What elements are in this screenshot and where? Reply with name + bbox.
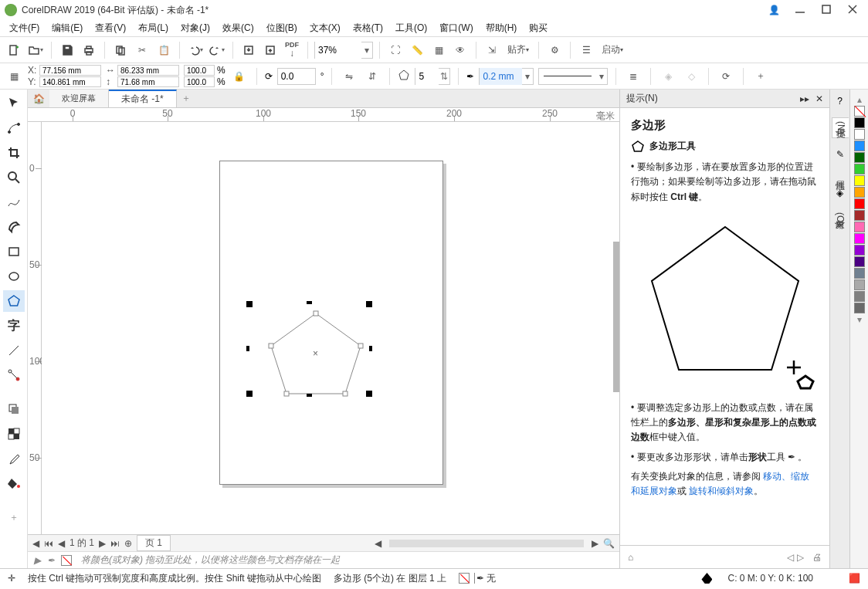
cut-button[interactable]: ✂ <box>133 41 151 59</box>
copy-button[interactable] <box>111 41 130 59</box>
paste-button[interactable]: 📋 <box>154 41 173 59</box>
menu-L[interactable]: 布局(L) <box>134 20 173 36</box>
toolbox-add-button[interactable]: ＋ <box>3 506 25 528</box>
color-swatch[interactable] <box>854 198 865 209</box>
zoom-tool[interactable] <box>3 167 25 188</box>
options-button[interactable]: ⚙ <box>545 41 564 59</box>
minimize-button[interactable] <box>794 3 806 18</box>
artistic-media-tool[interactable] <box>3 216 25 238</box>
redo-button[interactable]: ▾ <box>208 41 226 59</box>
snap-button[interactable]: 贴齐 ▾ <box>504 41 532 59</box>
menu-H[interactable]: 帮助(H) <box>481 20 522 36</box>
color-swatch[interactable] <box>854 256 865 267</box>
color-swatch[interactable] <box>854 129 865 140</box>
pos-x-input[interactable] <box>39 65 101 76</box>
fullscreen-button[interactable]: ⛶ <box>386 41 405 59</box>
docker-tab[interactable]: 属性 <box>832 171 848 177</box>
save-button[interactable] <box>58 41 76 59</box>
launch-button[interactable]: 启动 ▾ <box>598 41 626 59</box>
menu-[interactable]: 购买 <box>524 20 552 36</box>
color-swatch[interactable] <box>854 268 865 279</box>
docker-tab[interactable]: 对象(O) <box>832 209 848 228</box>
color-swatch[interactable] <box>854 279 865 290</box>
hints-print-icon[interactable]: 🖨 <box>812 552 822 563</box>
print-button[interactable] <box>80 41 98 59</box>
docker-collapse-icon[interactable]: ▸▸ <box>800 93 809 104</box>
color-proof-icon[interactable]: 🟥 <box>849 573 860 584</box>
menu-X[interactable]: 文本(X) <box>305 20 345 36</box>
menu-W[interactable]: 窗口(W) <box>435 20 477 36</box>
welcome-tab[interactable]: 欢迎屏幕 <box>49 90 109 107</box>
docker-tab[interactable]: 提示(N) <box>832 117 849 138</box>
object-origin-button[interactable]: ▦ <box>5 67 23 86</box>
outline-width-input[interactable]: ▾ <box>479 68 534 85</box>
color-swatch[interactable] <box>854 210 865 221</box>
import-button[interactable] <box>239 41 258 59</box>
color-swatch[interactable] <box>854 222 865 232</box>
menu-B[interactable]: 位图(B) <box>262 20 302 36</box>
home-tab-icon[interactable]: 🏠 <box>28 90 49 107</box>
fill-tool[interactable] <box>3 472 25 494</box>
lock-ratio-button[interactable]: 🔒 <box>230 67 249 86</box>
new-tab-button[interactable]: ＋ <box>177 90 195 107</box>
color-swatch[interactable] <box>854 175 865 186</box>
pick-tool[interactable] <box>3 93 25 114</box>
rectangle-tool[interactable] <box>3 241 25 262</box>
maximize-button[interactable] <box>820 3 832 18</box>
color-swatch[interactable] <box>854 117 865 128</box>
pdf-button[interactable]: PDF↓ <box>283 41 301 59</box>
selected-polygon[interactable]: × <box>262 307 370 400</box>
polygon-tool[interactable] <box>3 290 25 312</box>
quick-customize-button[interactable]: ＋ <box>751 67 770 86</box>
eyedropper-tool[interactable] <box>3 448 25 469</box>
drop-shadow-tool[interactable] <box>3 398 25 420</box>
link-rotate-skew[interactable]: 旋转和倾斜对象 <box>689 486 754 496</box>
no-fill-swatch[interactable] <box>854 106 865 117</box>
color-swatch[interactable] <box>854 233 865 244</box>
mirror-h-button[interactable]: ⇋ <box>340 67 358 86</box>
user-icon[interactable]: 👤 <box>768 5 780 15</box>
snap-toggle-icon[interactable]: ⇲ <box>483 41 501 59</box>
shape-tool[interactable] <box>3 117 25 139</box>
export-button[interactable] <box>261 41 280 59</box>
palette-up-icon[interactable]: ▴ <box>857 94 862 105</box>
hints-fwd-icon[interactable]: ▷ <box>797 552 804 563</box>
wrap-text-button[interactable]: ≣ <box>624 67 643 86</box>
color-swatch[interactable] <box>854 140 865 151</box>
sides-input[interactable]: ⇅ <box>415 68 450 85</box>
page-tab[interactable]: 页 1 <box>137 535 171 551</box>
pen-icon[interactable]: ✒ <box>47 555 55 566</box>
ellipse-tool[interactable] <box>3 266 25 287</box>
show-rulers-button[interactable]: 📏 <box>408 41 426 59</box>
connector-tool[interactable] <box>3 364 25 386</box>
add-page-button[interactable]: ⊕ <box>124 538 132 549</box>
color-swatch[interactable] <box>854 303 865 313</box>
parallel-dim-tool[interactable] <box>3 340 25 361</box>
show-guides-button[interactable]: 👁 <box>451 41 470 59</box>
convert-curves-button[interactable]: ⟳ <box>717 67 735 86</box>
height-input[interactable] <box>117 76 179 87</box>
outline-color-indicator[interactable] <box>701 573 712 584</box>
palette-down-icon[interactable]: ▾ <box>857 314 862 325</box>
scale-x-input[interactable] <box>184 65 215 76</box>
freehand-tool[interactable] <box>3 191 25 213</box>
docker-close-icon[interactable]: ✕ <box>815 93 823 104</box>
pos-y-input[interactable] <box>39 76 101 87</box>
document-tab[interactable]: 未命名 -1* <box>109 90 177 107</box>
menu-J[interactable]: 对象(J) <box>176 20 215 36</box>
hints-back-icon[interactable]: ◁ <box>787 552 794 563</box>
open-button[interactable]: ▾ <box>26 41 45 59</box>
rotation-input[interactable] <box>277 68 316 85</box>
undo-button[interactable]: ▾ <box>186 41 205 59</box>
width-input[interactable] <box>117 65 179 76</box>
scroll-left-icon[interactable]: ◀ <box>32 538 39 549</box>
hints-home-icon[interactable]: ⌂ <box>628 552 633 563</box>
menu-T[interactable]: 表格(T) <box>348 20 388 36</box>
color-swatch[interactable] <box>854 164 865 174</box>
zoom-fit-icon[interactable]: 🔍 <box>603 538 615 549</box>
menu-F[interactable]: 文件(F) <box>5 20 44 36</box>
show-grid-button[interactable]: ▦ <box>429 41 448 59</box>
launch-icon[interactable]: ☰ <box>577 41 595 59</box>
color-swatch[interactable] <box>854 291 865 302</box>
crop-tool[interactable] <box>3 142 25 164</box>
